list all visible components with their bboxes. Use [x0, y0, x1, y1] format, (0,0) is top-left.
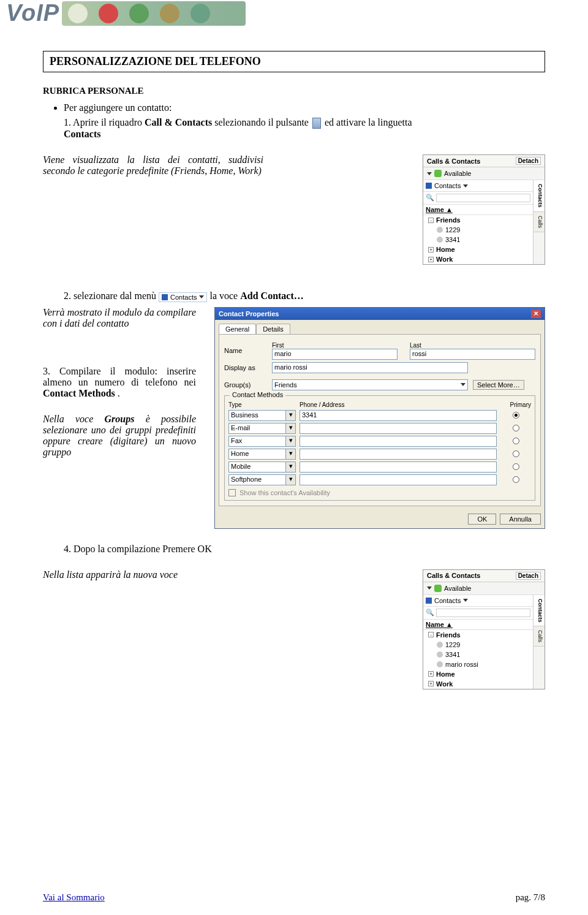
cm-type-select[interactable]: Softphone	[228, 474, 286, 485]
chevron-down-icon	[463, 184, 468, 188]
cm-value-input[interactable]	[300, 474, 497, 485]
contacts-dropdown[interactable]: Contacts	[423, 180, 533, 192]
tree-group[interactable]: +Home	[423, 245, 533, 254]
groups-label: Group(s)	[224, 381, 267, 389]
network-icon	[160, 4, 179, 23]
expander-icon[interactable]: +	[428, 257, 434, 262]
contacts-dropdown[interactable]: Contacts	[423, 595, 533, 607]
chevron-down-icon	[199, 295, 204, 298]
call-contacts-icon	[312, 118, 321, 129]
sidetab-calls[interactable]: Calls	[533, 626, 545, 647]
cm-primary-radio[interactable]	[513, 412, 519, 419]
last-input[interactable]: rossi	[410, 349, 535, 360]
search-icon: 🔍	[426, 609, 434, 617]
mail-icon	[68, 4, 88, 23]
person-icon	[437, 227, 443, 233]
cm-primary-radio[interactable]	[513, 463, 519, 470]
tab-general[interactable]: General	[219, 324, 256, 334]
tree-group-label: Work	[436, 256, 453, 263]
chevron-down-icon[interactable]: ▾	[286, 449, 296, 460]
cm-value-input[interactable]	[300, 436, 497, 447]
chevron-down-icon[interactable]: ▾	[286, 410, 296, 421]
person-icon	[437, 651, 443, 658]
tree-contact-label: 3341	[445, 651, 460, 658]
cm-value-input[interactable]	[300, 461, 497, 473]
footer-link[interactable]: Vai al Sommario	[43, 892, 105, 903]
contacts-menu-button[interactable]: Contacts	[159, 292, 207, 302]
detach-button[interactable]: Detach	[516, 572, 541, 580]
select-more-button[interactable]: Select More…	[473, 380, 524, 390]
expander-icon[interactable]: +	[428, 247, 434, 252]
first-input[interactable]: mario	[272, 349, 398, 360]
tree-group[interactable]: +Home	[423, 669, 533, 679]
ok-button[interactable]: OK	[468, 514, 496, 525]
tree-contact-label: mario rossi	[445, 661, 478, 668]
cm-primary-radio[interactable]	[513, 476, 519, 483]
sidetab-contacts[interactable]: Contacts	[533, 180, 545, 212]
tree-group[interactable]: -Friends	[423, 630, 533, 640]
expander-icon[interactable]: -	[428, 632, 434, 637]
tree-group[interactable]: -Friends	[423, 215, 533, 225]
cm-value-input[interactable]	[300, 449, 497, 460]
cm-primary-radio[interactable]	[513, 425, 519, 431]
cancel-button[interactable]: Annulla	[500, 514, 541, 525]
tree-group-label: Home	[436, 670, 455, 678]
contacts-dropdown-label: Contacts	[434, 597, 461, 604]
sidetab-calls[interactable]: Calls	[533, 212, 545, 232]
calls-contacts-panel: Calls & Contacts Detach Available Contac…	[423, 154, 545, 265]
step1-text-pre: 1. Aprire il riquadro	[64, 117, 145, 127]
cm-type-select[interactable]: E-mail	[228, 423, 286, 434]
cm-primary-radio[interactable]	[513, 450, 519, 457]
cm-value-input[interactable]	[300, 423, 497, 434]
cm-type-select[interactable]: Home	[228, 449, 286, 460]
display-as-label: Display as	[224, 364, 267, 371]
tree-contact[interactable]: mario rossi	[423, 659, 533, 669]
contacts-icon	[426, 598, 432, 604]
chevron-down-icon[interactable]: ▾	[286, 461, 296, 473]
search-icon: 🔍	[426, 194, 434, 202]
name-column-header[interactable]: Name ▲	[423, 620, 533, 630]
tree-group[interactable]: +Work	[423, 254, 533, 264]
step4: 4. Dopo la compilazione Premere OK	[64, 544, 545, 555]
tree-contact[interactable]: 1229	[423, 225, 533, 235]
expander-icon[interactable]: +	[428, 671, 434, 677]
groups-select[interactable]: Friends	[272, 379, 468, 390]
cm-type-select[interactable]: Business	[228, 410, 286, 421]
close-icon[interactable]: ✕	[531, 309, 541, 318]
status-row[interactable]: Available	[423, 167, 545, 180]
tree-contact[interactable]: 3341	[423, 235, 533, 245]
tab-details[interactable]: Details	[256, 324, 290, 334]
detach-button[interactable]: Detach	[516, 157, 541, 165]
step3-text-pre: 3. Compilare il modulo: inserire almeno …	[43, 366, 196, 387]
cm-type-select[interactable]: Fax	[228, 436, 286, 447]
chevron-down-icon[interactable]: ▾	[286, 423, 296, 434]
panel-titlebar: Calls & Contacts Detach	[423, 570, 545, 582]
tree-group-label: Home	[436, 246, 455, 253]
name-column-header[interactable]: Name ▲	[423, 205, 533, 215]
cm-primary-radio[interactable]	[513, 438, 519, 444]
availability-checkbox[interactable]	[228, 489, 236, 496]
expander-icon[interactable]: +	[428, 681, 434, 686]
sidetab-contacts[interactable]: Contacts	[533, 595, 545, 627]
tree-group[interactable]: +Work	[423, 679, 533, 689]
search-input[interactable]	[436, 194, 530, 202]
tree-contact[interactable]: 3341	[423, 650, 533, 659]
cm-value-input[interactable]: 3341	[300, 410, 497, 421]
paragraph-1: Viene visualizzata la lista dei contatti…	[43, 154, 263, 177]
status-row[interactable]: Available	[423, 582, 545, 595]
chevron-down-icon[interactable]: ▾	[286, 474, 296, 485]
cm-type-header: Type	[228, 401, 296, 408]
expander-icon[interactable]: -	[428, 218, 434, 223]
step3-text-post: .	[118, 388, 120, 398]
logo-swoosh	[62, 1, 246, 26]
tree-group-label: Friends	[436, 216, 461, 224]
display-as-input[interactable]: mario rossi	[272, 362, 468, 373]
chevron-down-icon[interactable]: ▾	[286, 436, 296, 447]
cm-type-select[interactable]: Mobile	[228, 461, 286, 473]
paragraph-2: Verrà mostrato il modulo da compilare co…	[43, 307, 196, 329]
panel-title: Calls & Contacts	[427, 572, 480, 579]
tree-contact-label: 1229	[445, 641, 460, 648]
contact-method-row: E-mail▾	[228, 423, 531, 434]
tree-contact[interactable]: 1229	[423, 640, 533, 650]
search-input[interactable]	[436, 609, 530, 617]
